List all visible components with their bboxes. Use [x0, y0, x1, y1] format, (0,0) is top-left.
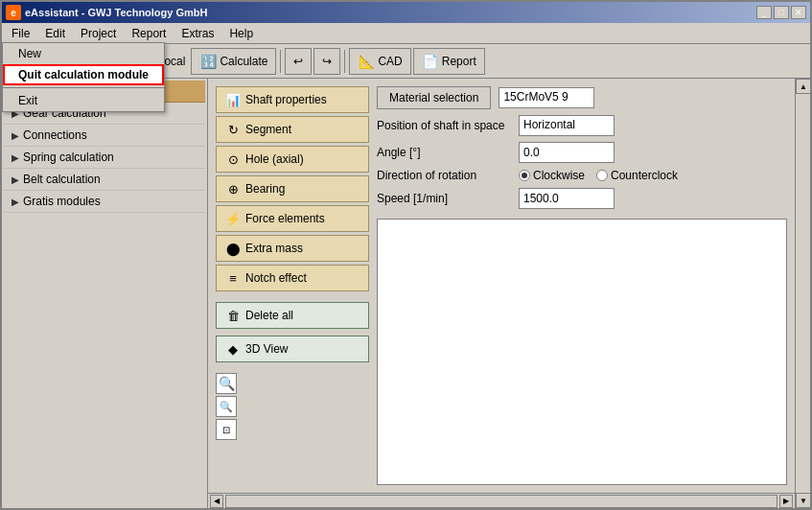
sidebar-connections-label: Connections [23, 128, 87, 142]
extra-mass-label: Extra mass [245, 242, 303, 255]
output-area [377, 219, 787, 485]
angle-input[interactable] [519, 142, 615, 163]
main-content: Rolling bearing ▶ Gear calculation ▶ Con… [2, 79, 810, 508]
material-selection-button[interactable]: Material selection [377, 86, 491, 109]
notch-effect-button[interactable]: ≡ Notch effect [216, 265, 369, 291]
menu-quit-calculation[interactable]: Quit calculation module [3, 64, 164, 85]
force-elements-label: Force elements [245, 212, 325, 225]
delete-all-label: Delete all [245, 309, 293, 322]
segment-label: Segment [245, 123, 291, 136]
menu-extras[interactable]: Extras [174, 25, 221, 42]
undo-icon: ↩ [293, 55, 303, 68]
maximize-button[interactable]: □ [774, 6, 789, 19]
view-3d-button[interactable]: ◆ 3D View [216, 336, 369, 362]
rotation-row: Direction of rotation Clockwise Counterc… [377, 169, 787, 182]
arrow-icon: ▶ [12, 130, 19, 141]
delete-icon: 🗑 [224, 307, 242, 324]
vertical-scrollbar: ▲ ▼ [795, 79, 810, 508]
menu-help[interactable]: Help [221, 25, 261, 42]
counterclockwise-option[interactable]: Counterclock [596, 169, 678, 182]
bearing-label: Bearing [245, 182, 285, 196]
hole-axial-button[interactable]: ⊙ Hole (axial) [216, 146, 369, 173]
position-value: Horizontal [519, 115, 615, 136]
notch-icon: ≡ [224, 269, 242, 287]
menu-edit[interactable]: Edit [37, 25, 73, 42]
main-window: e eAssistant - GWJ Technology GmbH _ □ ✕… [0, 0, 812, 510]
material-value: 15CrMoV5 9 [499, 87, 594, 108]
bearing-button[interactable]: ⊕ Bearing [216, 175, 369, 202]
zoom-in-button[interactable]: 🔍 [216, 373, 237, 394]
sidebar-item-gratis[interactable]: ▶ Gratis modules [4, 191, 205, 213]
window-title: eAssistant - GWJ Technology GmbH [25, 7, 208, 18]
segment-button[interactable]: ↻ Segment [216, 116, 369, 143]
speed-input[interactable] [519, 188, 615, 209]
counterclockwise-label: Counterclock [611, 169, 678, 182]
redo-icon: ↪ [322, 55, 332, 68]
menu-file[interactable]: File [4, 25, 37, 42]
angle-row: Angle [°] [377, 142, 787, 163]
angle-label: Angle [°] [377, 146, 511, 159]
speed-row: Speed [1/min] [377, 188, 787, 209]
material-row: Material selection 15CrMoV5 9 [377, 86, 787, 109]
sidebar-item-belt[interactable]: ▶ Belt calculation [4, 169, 205, 191]
segment-icon: ↻ [224, 121, 242, 138]
force-elements-button[interactable]: ⚡ Force elements [216, 205, 369, 232]
menu-exit[interactable]: Exit [3, 90, 164, 111]
sidebar-spring-label: Spring calculation [23, 151, 114, 164]
minimize-button[interactable]: _ [756, 6, 772, 19]
calculate-icon: 🔢 [199, 53, 217, 70]
cad-label: CAD [378, 55, 402, 68]
clockwise-radio[interactable] [519, 170, 530, 181]
sidebar-item-connections[interactable]: ▶ Connections [4, 125, 205, 147]
redo-button[interactable]: ↪ [313, 48, 340, 75]
notch-effect-label: Notch effect [245, 271, 307, 285]
cad-button[interactable]: 📐 CAD [349, 48, 410, 75]
undo-button[interactable]: ↩ [285, 48, 312, 75]
scrollbar-track[interactable] [225, 495, 777, 508]
zoom-out-button[interactable]: 🔍 [216, 396, 237, 417]
scroll-left-button[interactable]: ◀ [210, 495, 223, 508]
close-button[interactable]: ✕ [791, 6, 806, 19]
app-icon: e [6, 5, 21, 20]
arrow-icon: ▶ [12, 174, 19, 185]
clockwise-option[interactable]: Clockwise [519, 169, 585, 182]
speed-label: Speed [1/min] [377, 192, 511, 205]
sidebar-gratis-label: Gratis modules [23, 195, 101, 208]
force-icon: ⚡ [224, 210, 242, 227]
toolbar-separator-1 [280, 50, 281, 73]
report-label: Report [442, 55, 476, 68]
center-area: 📊 Shaft properties ↻ Segment ⊙ Hole (axi… [208, 79, 795, 508]
position-row: Position of shaft in space Horizontal [377, 115, 787, 136]
right-panel: 📊 Shaft properties ↻ Segment ⊙ Hole (axi… [208, 79, 810, 508]
panel-inner: 📊 Shaft properties ↻ Segment ⊙ Hole (axi… [208, 79, 810, 508]
extra-mass-button[interactable]: ⬤ Extra mass [216, 235, 369, 262]
rotation-label: Direction of rotation [377, 169, 511, 182]
menu-bar: File Edit Project Report Extras Help [2, 23, 810, 44]
calculate-button[interactable]: 🔢 Calculate [191, 48, 276, 75]
shaft-properties-button[interactable]: 📊 Shaft properties [216, 86, 369, 113]
delete-all-button[interactable]: 🗑 Delete all [216, 302, 369, 329]
counterclockwise-radio[interactable] [596, 170, 608, 181]
menu-report[interactable]: Report [124, 25, 174, 42]
left-buttons: 📊 Shaft properties ↻ Segment ⊙ Hole (axi… [216, 86, 369, 485]
scroll-up-button[interactable]: ▲ [796, 79, 810, 94]
report-icon: 📄 [422, 53, 439, 70]
dropdown-menu: New Quit calculation module Exit [2, 42, 165, 112]
arrow-icon: ▶ [12, 152, 19, 163]
menu-new[interactable]: New [3, 43, 164, 64]
scroll-down-button[interactable]: ▼ [796, 493, 810, 508]
menu-separator [3, 87, 164, 88]
scroll-right-button[interactable]: ▶ [779, 495, 793, 508]
report-button[interactable]: 📄 Report [413, 48, 485, 75]
sidebar-belt-label: Belt calculation [23, 173, 101, 186]
view-3d-label: 3D View [245, 342, 288, 356]
cad-icon: 📐 [358, 53, 375, 70]
toolbar-separator-2 [344, 50, 345, 73]
sidebar-item-spring[interactable]: ▶ Spring calculation [4, 147, 205, 169]
hole-axial-label: Hole (axial) [245, 152, 304, 166]
hole-icon: ⊙ [224, 151, 242, 168]
zoom-fit-button[interactable]: ⊡ [216, 419, 237, 440]
menu-project[interactable]: Project [73, 25, 124, 42]
scroll-track [796, 94, 810, 493]
position-label: Position of shaft in space [377, 119, 511, 132]
